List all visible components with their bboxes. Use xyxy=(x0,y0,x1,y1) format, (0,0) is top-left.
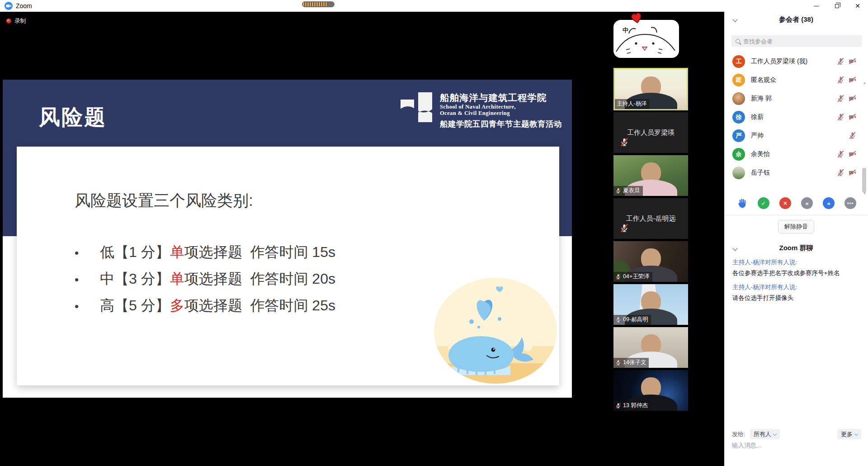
video-name-label: 04+王荣泽 xyxy=(613,272,652,282)
participant-name: 徐薪 xyxy=(751,113,837,121)
video-tile-5[interactable]: 04+王荣泽 xyxy=(613,241,688,282)
chat-input[interactable] xyxy=(732,442,861,449)
participant-search-input[interactable] xyxy=(743,38,847,45)
muted-camera-icon xyxy=(849,76,856,84)
video-tile-2[interactable]: 工作人员罗梁瑛 xyxy=(613,112,688,153)
chat-title: Zoom 群聊 xyxy=(724,244,868,252)
no-button[interactable]: ✕ xyxy=(779,197,791,209)
avatar xyxy=(732,166,745,179)
school-name-en-1: School of Naval Architecture, xyxy=(440,104,516,110)
faster-button[interactable]: » xyxy=(823,197,835,209)
slide-bullet: •低【1 分】单项选择题 作答时间 15s xyxy=(75,243,335,269)
participant-row[interactable]: 工工作人员罗梁瑛 (我) xyxy=(724,52,863,71)
more-reactions-button[interactable]: ••• xyxy=(844,197,856,209)
avatar: 徐 xyxy=(732,111,745,124)
raise-hand-button[interactable] xyxy=(736,197,748,209)
muted-mic-icon xyxy=(620,138,629,147)
restore-button[interactable] xyxy=(826,0,847,12)
slide-bullet: •中【3 分】单项选择题 作答时间 20s xyxy=(75,269,335,296)
chat-message-sender: 主持人-杨洋对所有人说: xyxy=(732,258,861,266)
avatar: 匿 xyxy=(732,74,745,86)
participant-row[interactable]: 新海 郭 xyxy=(724,89,863,108)
chat-message-text: 各位参赛选手把名字改成参赛序号+姓名 xyxy=(732,269,861,277)
muted-mic-icon xyxy=(849,132,856,139)
window-titlebar: Zoom ✕ xyxy=(0,0,868,12)
yes-button[interactable]: ✓ xyxy=(758,197,769,209)
event-name: 船建学院五四青年节主题教育活动 xyxy=(440,119,562,129)
video-tile-6[interactable]: 09-郝高明 xyxy=(613,284,688,325)
chat-message: 主持人-杨洋对所有人说:各位参赛选手把名字改成参赛序号+姓名 xyxy=(732,258,861,277)
scrollbar-up-icon[interactable]: ▲ xyxy=(863,81,867,85)
slide-title: 风险题 xyxy=(39,103,107,132)
chat-message: 主持人-杨洋对所有人说:请各位选手打开摄像头 xyxy=(732,283,861,302)
muted-mic-icon xyxy=(615,317,621,323)
bullet-mark: • xyxy=(75,246,100,260)
minimize-icon xyxy=(814,6,819,6)
video-tile-4[interactable]: 工作人员-岳明远 xyxy=(613,198,688,239)
chat-more-label: 更多 xyxy=(841,430,853,438)
participant-search[interactable] xyxy=(731,35,862,47)
muted-mic-icon xyxy=(620,223,629,233)
recording-indicator[interactable]: 录制 xyxy=(6,17,26,25)
recording-progress-indicator xyxy=(302,1,335,7)
chat-message-sender: 主持人-杨洋对所有人说: xyxy=(732,283,861,291)
participant-name: 严帅 xyxy=(751,132,849,140)
slide-bullet: •高【5 分】多项选择题 作答时间 25s xyxy=(75,296,335,323)
avatar: 严 xyxy=(732,129,745,142)
heart-doodle-icon xyxy=(629,10,644,25)
video-name-label: 主持人-杨洋 xyxy=(615,99,650,109)
minimize-button[interactable] xyxy=(806,0,826,12)
panel-divider xyxy=(724,215,868,215)
school-name-en-2: Ocean & Civil Engineering xyxy=(440,110,510,117)
scrollbar-down-icon[interactable]: ▼ xyxy=(863,191,867,195)
video-tile-3[interactable]: 夏衣旦 xyxy=(613,155,688,196)
school-name-cn: 船舶海洋与建筑工程学院 xyxy=(440,91,547,104)
muted-mic-icon xyxy=(837,95,844,102)
cat-drawing-tile[interactable]: 中 xyxy=(613,20,679,58)
muted-camera-icon xyxy=(849,95,856,102)
participant-row[interactable]: 严严帅 xyxy=(724,126,863,145)
participant-row[interactable]: 余余美怡 xyxy=(724,145,863,163)
slide-content-card: 风险题设置三个风险类别: •低【1 分】单项选择题 作答时间 15s•中【3 分… xyxy=(17,147,559,385)
muted-mic-icon xyxy=(837,113,844,121)
participant-row[interactable]: 徐徐薪 xyxy=(724,108,863,126)
whale-illustration xyxy=(434,277,558,384)
close-button[interactable]: ✕ xyxy=(847,0,868,12)
chat-more-button[interactable]: 更多 xyxy=(837,429,861,439)
meeting-stage: 录制 风险题 船舶海洋与建筑工程学院 School of Naval A xyxy=(0,12,724,466)
slower-button[interactable]: « xyxy=(801,197,813,209)
chat-message-text: 请各位选手打开摄像头 xyxy=(732,294,861,302)
muted-mic-icon xyxy=(615,188,621,194)
recording-label: 录制 xyxy=(14,17,26,25)
muted-mic-icon xyxy=(837,169,844,176)
avatar: 余 xyxy=(732,148,745,161)
participant-row[interactable]: 匿匿名观众 xyxy=(724,71,863,89)
participant-name: 岳子钰 xyxy=(751,169,837,177)
participants-title: 参会者 (38) xyxy=(724,15,868,24)
school-logo-icon xyxy=(400,92,433,124)
send-to-select[interactable]: 所有人 xyxy=(750,429,780,439)
send-to-value: 所有人 xyxy=(754,430,771,438)
app-title: Zoom xyxy=(16,0,32,12)
unmute-button[interactable]: 解除静音 xyxy=(778,220,814,233)
bullet-text: 低【1 分】单项选择题 作答时间 15s xyxy=(100,243,335,262)
bullet-text: 高【5 分】多项选择题 作答时间 25s xyxy=(100,296,335,316)
slide-heading: 风险题设置三个风险类别: xyxy=(75,190,253,211)
muted-mic-icon xyxy=(837,150,844,158)
participant-name: 匿名观众 xyxy=(751,76,837,84)
muted-camera-icon xyxy=(849,113,856,121)
participant-row[interactable]: 岳子钰 xyxy=(724,163,863,182)
scrollbar-thumb[interactable] xyxy=(862,168,866,192)
avatar: 工 xyxy=(732,55,745,68)
video-tile-7[interactable]: 14张子文 xyxy=(613,327,688,368)
participant-name: 新海 郭 xyxy=(751,95,837,103)
participant-list: 工工作人员罗梁瑛 (我) 匿匿名观众 新海 郭 徐徐薪 严严帅 余余美怡 岳子钰 xyxy=(724,52,863,182)
muted-camera-icon xyxy=(849,57,856,65)
chevron-down-icon xyxy=(773,432,776,435)
participants-panel: 参会者 (38) 工工作人员罗梁瑛 (我) 匿匿名观众 新海 郭 徐徐薪 严严帅… xyxy=(724,12,868,466)
chevron-down-icon xyxy=(854,432,858,435)
bullet-text: 中【3 分】单项选择题 作答时间 20s xyxy=(100,269,335,289)
slide-bullet-list: •低【1 分】单项选择题 作答时间 15s•中【3 分】单项选择题 作答时间 2… xyxy=(75,243,335,323)
video-tile-8[interactable]: 13 郭仲杰 xyxy=(613,370,688,411)
video-tile-1[interactable]: 主持人-杨洋 xyxy=(613,68,688,110)
